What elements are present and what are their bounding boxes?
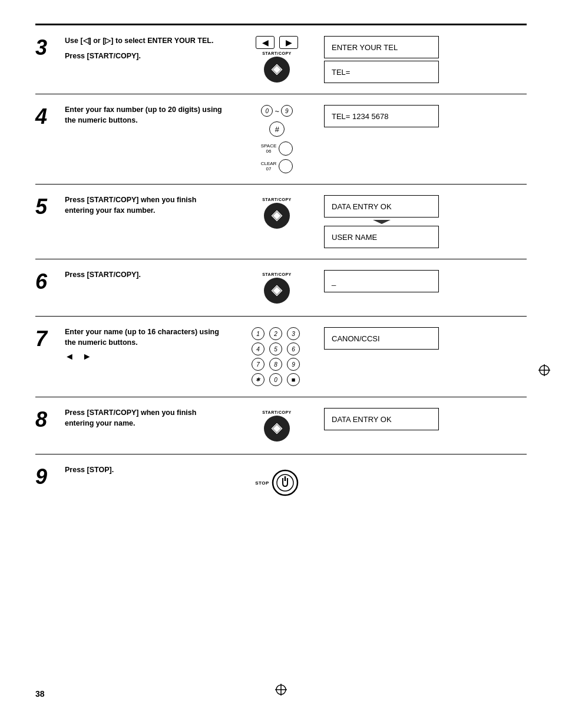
step-4-icon: 0 ~ 9 # SPACE06 CLEAR07: [230, 105, 324, 173]
step-5-text: Press [START/COPY] when you finish enter…: [65, 195, 230, 216]
key-3[interactable]: 3: [287, 327, 300, 340]
step-5-row: 5 Press [START/COPY] when you finish ent…: [35, 185, 527, 259]
start-copy-label-5: START/COPY: [262, 197, 292, 202]
step-8-icon: START/COPY: [230, 408, 324, 443]
step-9-main: Press [STOP].: [65, 465, 224, 476]
diamond-btn-5[interactable]: [264, 203, 290, 229]
arrow-buttons: ◀ ▶: [256, 36, 298, 49]
center-reg-mark: [275, 684, 287, 699]
key-0b[interactable]: 0: [269, 373, 282, 386]
step-9-number: 9: [35, 465, 65, 487]
keypad-grid: 1 2 3 4 5 6 7 8 9 ✱ 0 ■: [252, 327, 302, 386]
clear-label: CLEAR07: [261, 161, 277, 172]
left-arrow-btn[interactable]: ◀: [256, 36, 275, 49]
step-3-row: 3 Use [◁] or [▷] to select ENTER YOUR TE…: [35, 25, 527, 94]
display-user-name: USER NAME: [324, 226, 439, 248]
step-6-icon: START/COPY: [230, 270, 324, 305]
key-7[interactable]: 7: [252, 358, 265, 371]
step-9-text: Press [STOP].: [65, 465, 230, 476]
step-8-text: Press [START/COPY] when you finish enter…: [65, 408, 230, 429]
right-arrow-icon: ►: [82, 351, 92, 362]
display-data-entry-ok-5: DATA ENTRY OK: [324, 195, 439, 218]
start-copy-btn-6[interactable]: START/COPY: [262, 272, 292, 304]
key-8[interactable]: 8: [269, 358, 282, 371]
numeric-range: 0 ~ 9: [261, 105, 293, 117]
display-tel-equals: TEL=: [324, 61, 439, 83]
step-7-main: Enter your name (up to 16 characters) us…: [65, 327, 224, 348]
step-6-main: Press [START/COPY].: [65, 270, 224, 281]
stop-btn[interactable]: [272, 469, 299, 496]
step-4-display: TEL= 1234 5678: [324, 105, 439, 127]
key-9[interactable]: 9: [281, 105, 293, 117]
step-6-display: _: [324, 270, 439, 292]
step-3-number: 3: [35, 36, 65, 58]
start-copy-label-3: START/COPY: [262, 51, 292, 55]
step-7-arrows: ◄ ►: [65, 351, 224, 362]
hash-key[interactable]: #: [269, 121, 285, 137]
step-8-number: 8: [35, 408, 65, 430]
step-7-display: CANON/CCSI: [324, 327, 439, 350]
step-5-number: 5: [35, 195, 65, 218]
step-5-icon: START/COPY: [230, 195, 324, 230]
stop-label-text: STOP: [255, 480, 269, 486]
step-4-number: 4: [35, 105, 65, 127]
tilde: ~: [275, 107, 279, 116]
diamond-btn-8[interactable]: [264, 416, 290, 442]
display-enter-your-tel: ENTER YOUR TEL: [324, 36, 439, 58]
step-4-text: Enter your fax number (up to 20 digits) …: [65, 105, 230, 126]
space-label: SPACE06: [261, 143, 277, 154]
step-3-sub: Press [START/COPY].: [65, 51, 224, 62]
svg-marker-4: [373, 220, 391, 224]
step-8-main: Press [START/COPY] when you finish enter…: [65, 408, 224, 429]
display-data-entry-ok-8: DATA ENTRY OK: [324, 408, 439, 430]
page-number: 38: [35, 689, 45, 699]
diamond-btn-6[interactable]: [264, 278, 290, 304]
clear-btn-row: CLEAR07: [261, 159, 293, 173]
step-3-text: Use [◁] or [▷] to select ENTER YOUR TEL.…: [65, 36, 230, 61]
step-6-number: 6: [35, 270, 65, 292]
start-copy-label-8: START/COPY: [262, 410, 292, 414]
step-7-number: 7: [35, 327, 65, 350]
stop-btn-svg[interactable]: [272, 469, 299, 496]
step-7-icon: 1 2 3 4 5 6 7 8 9 ✱ 0 ■: [230, 327, 324, 386]
step-9-icon: STOP: [230, 465, 324, 500]
step-6-row: 6 Press [START/COPY]. START/COPY _: [35, 259, 527, 317]
key-4[interactable]: 4: [252, 342, 265, 355]
diamond-btn-3[interactable]: [264, 57, 290, 83]
key-9b[interactable]: 9: [287, 358, 300, 371]
step-4-main: Enter your fax number (up to 20 digits) …: [65, 105, 224, 126]
key-5[interactable]: 5: [269, 342, 282, 355]
key-star[interactable]: ✱: [252, 373, 265, 386]
right-arrow-btn[interactable]: ▶: [279, 36, 298, 49]
start-copy-btn-8[interactable]: START/COPY: [262, 410, 292, 442]
start-copy-btn-3[interactable]: START/COPY: [262, 51, 292, 83]
step-4-row: 4 Enter your fax number (up to 20 digits…: [35, 94, 527, 185]
step-8-display: DATA ENTRY OK: [324, 408, 439, 430]
key-1[interactable]: 1: [252, 327, 265, 340]
display-cursor: _: [324, 270, 439, 292]
step-5-display: DATA ENTRY OK USER NAME: [324, 195, 439, 248]
down-arrow-indicator: [370, 219, 394, 225]
key-6[interactable]: 6: [287, 342, 300, 355]
step-6-text: Press [START/COPY].: [65, 270, 230, 281]
page: 3 Use [◁] or [▷] to select ENTER YOUR TE…: [0, 0, 562, 728]
step-3-icon: ◀ ▶ START/COPY: [230, 36, 324, 83]
stop-button-wrap: STOP: [255, 469, 299, 496]
display-tel-number: TEL= 1234 5678: [324, 105, 439, 127]
display-canon-ccsi: CANON/CCSI: [324, 327, 439, 350]
key-0[interactable]: 0: [261, 105, 273, 117]
key-2[interactable]: 2: [269, 327, 282, 340]
step-3-display: ENTER YOUR TEL TEL=: [324, 36, 439, 83]
step-7-text: Enter your name (up to 16 characters) us…: [65, 327, 230, 362]
space-btn[interactable]: [279, 141, 293, 156]
start-copy-label-6: START/COPY: [262, 272, 292, 276]
step-7-row: 7 Enter your name (up to 16 characters) …: [35, 317, 527, 397]
step-8-row: 8 Press [START/COPY] when you finish ent…: [35, 397, 527, 454]
key-hash-b[interactable]: ■: [287, 373, 300, 386]
clear-btn[interactable]: [279, 159, 293, 173]
start-copy-btn-5[interactable]: START/COPY: [262, 197, 292, 229]
left-arrow-icon: ◄: [65, 351, 74, 362]
space-btn-row: SPACE06: [261, 141, 293, 156]
step-3-main: Use [◁] or [▷] to select ENTER YOUR TEL.: [65, 36, 224, 47]
step-5-main: Press [START/COPY] when you finish enter…: [65, 195, 224, 216]
